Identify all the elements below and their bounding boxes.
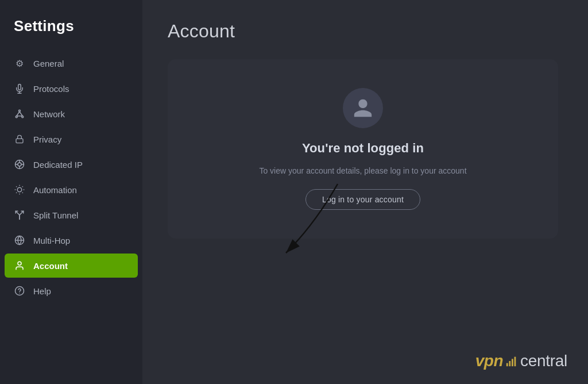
avatar <box>343 88 383 128</box>
sidebar-item-automation[interactable]: Automation <box>0 178 142 202</box>
sidebar-item-general[interactable]: General <box>0 51 142 75</box>
sidebar-item-label: Help <box>33 286 51 296</box>
svg-rect-30 <box>506 363 508 367</box>
sidebar-item-privacy[interactable]: Privacy <box>0 127 142 151</box>
help-icon <box>14 285 25 297</box>
svg-rect-31 <box>509 361 510 366</box>
sidebar: Settings General Protocols <box>0 0 142 384</box>
brand-vpn-text: vpn <box>475 352 503 370</box>
sidebar-item-help[interactable]: Help <box>0 279 142 303</box>
page-title: Account <box>168 21 563 42</box>
svg-rect-8 <box>16 139 23 143</box>
svg-line-6 <box>20 112 22 116</box>
sidebar-item-dedicated-ip[interactable]: Dedicated IP <box>0 152 142 176</box>
gear-icon <box>14 57 25 69</box>
sidebar-item-label: Split Tunnel <box>33 210 78 220</box>
svg-point-10 <box>18 163 21 166</box>
sidebar-item-label: Privacy <box>33 135 61 144</box>
network-icon <box>14 108 25 120</box>
not-logged-title: You're not logged in <box>302 141 424 156</box>
sidebar-item-label: Dedicated IP <box>33 160 83 170</box>
brand-central-text: central <box>520 352 567 370</box>
sidebar-nav: General Protocols Network <box>0 51 142 373</box>
sidebar-item-network[interactable]: Network <box>0 102 142 126</box>
sidebar-item-label: Network <box>33 109 65 119</box>
sidebar-item-protocols[interactable]: Protocols <box>0 76 142 101</box>
main-content: Account You're not logged in To view you… <box>142 0 588 384</box>
sidebar-title: Settings <box>0 17 142 51</box>
svg-line-5 <box>17 112 20 116</box>
svg-line-19 <box>22 193 23 193</box>
sidebar-item-label: Account <box>33 261 68 271</box>
login-button[interactable]: Log in to your account <box>305 189 420 210</box>
sidebar-item-label: Automation <box>33 185 77 195</box>
svg-line-18 <box>16 186 17 187</box>
svg-rect-33 <box>514 357 516 367</box>
svg-line-23 <box>22 186 23 187</box>
sidebar-item-multi-hop[interactable]: Multi-Hop <box>0 228 142 252</box>
split-icon <box>14 209 25 221</box>
svg-point-15 <box>17 187 22 192</box>
svg-line-22 <box>16 193 17 193</box>
sidebar-item-split-tunnel[interactable]: Split Tunnel <box>0 203 142 227</box>
account-card: You're not logged in To view your accoun… <box>168 59 558 239</box>
sidebar-item-account[interactable]: Account <box>5 254 138 278</box>
multihop-icon <box>14 235 25 246</box>
sidebar-item-label: Protocols <box>33 84 69 94</box>
automation-icon <box>14 184 25 195</box>
dedicated-icon <box>14 159 25 170</box>
svg-rect-32 <box>512 359 513 366</box>
not-logged-subtitle: To view your account details, please log… <box>259 166 466 175</box>
account-icon <box>14 260 25 271</box>
sidebar-item-label: General <box>33 59 64 68</box>
svg-point-2 <box>19 110 21 112</box>
branding: vpn central <box>475 352 567 370</box>
sidebar-item-label: Multi-Hop <box>33 236 70 245</box>
signal-icon <box>505 355 518 367</box>
svg-point-26 <box>18 262 21 265</box>
protocols-icon <box>14 83 25 94</box>
privacy-icon <box>14 133 25 145</box>
